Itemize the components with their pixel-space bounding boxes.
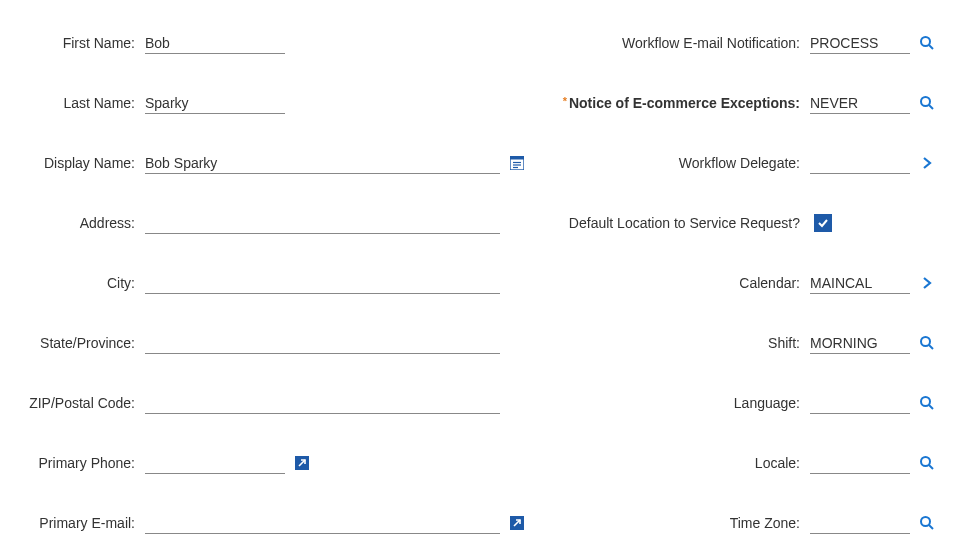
shift-search-icon[interactable] xyxy=(918,334,936,352)
shift-input[interactable] xyxy=(810,332,910,354)
svg-line-12 xyxy=(929,345,933,349)
svg-point-15 xyxy=(921,457,930,466)
state-label: State/Province: xyxy=(20,335,145,351)
workflow-delegate-input[interactable] xyxy=(810,152,910,174)
state-input[interactable] xyxy=(145,332,500,354)
workflow-delegate-label: Workflow Delegate: xyxy=(546,155,810,171)
right-column: Workflow E-mail Notification: *Notice of… xyxy=(546,30,936,539)
workflow-delegate-row: Workflow Delegate: xyxy=(546,150,936,176)
calendar-label: Calendar: xyxy=(546,275,810,291)
svg-line-16 xyxy=(929,465,933,469)
ecommerce-exceptions-row: *Notice of E-commerce Exceptions: xyxy=(546,90,936,116)
primary-phone-row: Primary Phone: xyxy=(20,450,526,476)
primary-phone-label: Primary Phone: xyxy=(20,455,145,471)
ecommerce-exceptions-label: *Notice of E-commerce Exceptions: xyxy=(546,95,810,111)
svg-line-14 xyxy=(929,405,933,409)
locale-label: Locale: xyxy=(546,455,810,471)
calendar-input[interactable] xyxy=(810,272,910,294)
timezone-search-icon[interactable] xyxy=(918,514,936,532)
address-input[interactable] xyxy=(145,212,500,234)
last-name-label: Last Name: xyxy=(20,95,145,111)
city-input[interactable] xyxy=(145,272,500,294)
address-row: Address: xyxy=(20,210,526,236)
locale-input[interactable] xyxy=(810,452,910,474)
zip-label: ZIP/Postal Code: xyxy=(20,395,145,411)
workflow-delegate-chevron-icon[interactable] xyxy=(918,154,936,172)
state-row: State/Province: xyxy=(20,330,526,356)
required-marker: * xyxy=(563,95,567,107)
first-name-input[interactable] xyxy=(145,32,285,54)
last-name-input[interactable] xyxy=(145,92,285,114)
primary-phone-input[interactable] xyxy=(145,452,285,474)
workflow-email-input[interactable] xyxy=(810,32,910,54)
first-name-label: First Name: xyxy=(20,35,145,51)
city-row: City: xyxy=(20,270,526,296)
default-location-row: Default Location to Service Request? xyxy=(546,210,936,236)
svg-line-8 xyxy=(929,45,933,49)
display-name-row: Display Name: xyxy=(20,150,526,176)
workflow-email-row: Workflow E-mail Notification: xyxy=(546,30,936,56)
timezone-input[interactable] xyxy=(810,512,910,534)
default-location-checkbox[interactable] xyxy=(814,214,832,232)
timezone-label: Time Zone: xyxy=(546,515,810,531)
svg-line-10 xyxy=(929,105,933,109)
zip-row: ZIP/Postal Code: xyxy=(20,390,526,416)
svg-line-18 xyxy=(929,525,933,529)
primary-email-label: Primary E-mail: xyxy=(20,515,145,531)
locale-row: Locale: xyxy=(546,450,936,476)
timezone-row: Time Zone: xyxy=(546,510,936,536)
language-input[interactable] xyxy=(810,392,910,414)
default-location-label: Default Location to Service Request? xyxy=(546,215,810,231)
calendar-row: Calendar: xyxy=(546,270,936,296)
locale-search-icon[interactable] xyxy=(918,454,936,472)
language-label: Language: xyxy=(546,395,810,411)
primary-email-row: Primary E-mail: xyxy=(20,510,526,536)
svg-rect-1 xyxy=(510,156,524,160)
primary-email-input[interactable] xyxy=(145,512,500,534)
workflow-email-label: Workflow E-mail Notification: xyxy=(546,35,810,51)
ecommerce-exceptions-input[interactable] xyxy=(810,92,910,114)
svg-point-9 xyxy=(921,97,930,106)
last-name-row: Last Name: xyxy=(20,90,526,116)
language-row: Language: xyxy=(546,390,936,416)
svg-point-7 xyxy=(921,37,930,46)
left-column: First Name: Last Name: Display Name: Add… xyxy=(20,30,526,539)
form-container: First Name: Last Name: Display Name: Add… xyxy=(20,30,936,539)
ecommerce-exceptions-label-text: Notice of E-commerce Exceptions: xyxy=(569,95,800,111)
phone-external-link-icon[interactable] xyxy=(293,454,311,472)
display-name-input[interactable] xyxy=(145,152,500,174)
svg-point-17 xyxy=(921,517,930,526)
svg-point-13 xyxy=(921,397,930,406)
email-external-link-icon[interactable] xyxy=(508,514,526,532)
city-label: City: xyxy=(20,275,145,291)
svg-point-11 xyxy=(921,337,930,346)
workflow-email-search-icon[interactable] xyxy=(918,34,936,52)
display-name-label: Display Name: xyxy=(20,155,145,171)
language-search-icon[interactable] xyxy=(918,394,936,412)
first-name-row: First Name: xyxy=(20,30,526,56)
shift-label: Shift: xyxy=(546,335,810,351)
address-label: Address: xyxy=(20,215,145,231)
ecommerce-exceptions-search-icon[interactable] xyxy=(918,94,936,112)
display-name-detail-icon[interactable] xyxy=(508,154,526,172)
zip-input[interactable] xyxy=(145,392,500,414)
shift-row: Shift: xyxy=(546,330,936,356)
calendar-chevron-icon[interactable] xyxy=(918,274,936,292)
